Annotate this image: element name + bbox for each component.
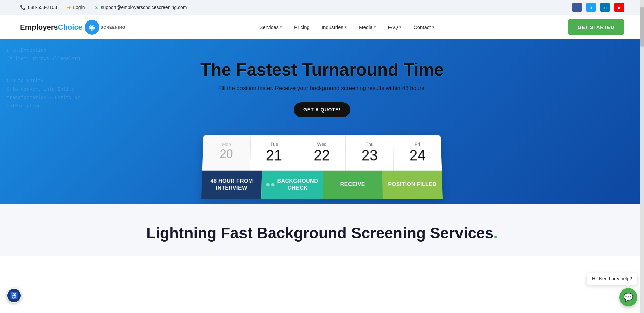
label-48-hour: 48 HOUR FROM INTERVIEW [201, 171, 262, 199]
social-icons-group: f 𝕏 in ▶ [572, 3, 624, 12]
chevron-down-icon-contact: ▾ [432, 25, 434, 29]
phone-number[interactable]: 888-553-2103 [28, 5, 57, 10]
email-icon: ✉ [95, 5, 99, 10]
nav-faq-label: FAQ [388, 24, 398, 30]
dot-green: . [493, 224, 498, 242]
hero-title: The Fastest Turnaround Time [20, 59, 624, 80]
nav-contact-label: Contact [414, 24, 431, 30]
chevron-down-icon-faq: ▾ [399, 25, 401, 29]
nav-industries-label: Industries [322, 24, 343, 30]
nav-pricing[interactable]: Pricing [289, 21, 314, 33]
day-num-fri: 24 [399, 148, 436, 163]
chevron-down-icon-industries: ▾ [345, 25, 347, 29]
nav-services-label: Services [260, 24, 279, 30]
get-started-button[interactable]: GET STARTED [568, 19, 624, 35]
fingerprint-icon: ◉ [89, 23, 95, 32]
chevron-down-icon-media: ▾ [374, 25, 376, 29]
facebook-icon[interactable]: f [572, 3, 582, 12]
arrow-icon: ➜ [67, 5, 71, 10]
scrollbar[interactable] [640, 0, 644, 256]
phone-item[interactable]: 📞 888-553-2103 [20, 5, 57, 10]
day-num-tue: 21 [256, 148, 292, 163]
calendar-labels-row: 48 HOUR FROM INTERVIEW BACKGROUND CHECK … [201, 171, 443, 199]
dot-2 [271, 183, 274, 186]
email-address[interactable]: support@employerschoicescreening.com [101, 5, 187, 10]
day-num-wed: 22 [304, 148, 340, 163]
main-nav: Services ▾ Pricing Industries ▾ Media ▾ … [255, 21, 439, 33]
logo[interactable]: EmployersChoice ◉ SCREENING [20, 20, 125, 35]
day-name-tue: Tue [256, 142, 293, 147]
nav-services[interactable]: Services ▾ [255, 21, 287, 33]
dot-1 [266, 183, 269, 186]
bottom-section: Lightning Fast Background Screening Serv… [0, 204, 644, 256]
calendar-day-thu: Thu 23 [346, 135, 394, 170]
chevron-down-icon: ▾ [280, 25, 282, 29]
nav-pricing-label: Pricing [294, 24, 310, 30]
label-receive: RECEIVE [323, 171, 383, 199]
logo-employers: Employers [20, 23, 58, 31]
youtube-icon[interactable]: ▶ [614, 3, 624, 12]
login-link[interactable]: Login [73, 5, 85, 10]
logo-choice: Choice [58, 23, 83, 31]
day-name-thu: Thu [351, 142, 388, 147]
nav-industries[interactable]: Industries ▾ [317, 21, 352, 33]
logo-text: EmployersChoice [20, 23, 83, 32]
bottom-title-text: Lightning Fast Background Screening Serv… [146, 224, 493, 242]
day-num-thu: 23 [351, 148, 388, 163]
dots-decoration [266, 183, 274, 186]
label-position-filled: POSITION FILLED [382, 171, 443, 199]
calendar: Mon 20 Tue 21 Wed 22 Thu 23 [201, 135, 443, 199]
nav-contact[interactable]: Contact ▾ [409, 21, 439, 33]
calendar-container: Mon 20 Tue 21 Wed 22 Thu 23 [20, 134, 624, 199]
hero-subtitle: Fill the position faster. Receive your b… [20, 85, 624, 92]
phone-icon: 📞 [20, 5, 26, 10]
email-item[interactable]: ✉ support@employerschoicescreening.com [95, 5, 187, 10]
login-item[interactable]: ➜ Login [67, 5, 85, 10]
hero-content: The Fastest Turnaround Time Fill the pos… [20, 59, 624, 199]
nav-media[interactable]: Media ▾ [354, 21, 381, 33]
scrollbar-thumb[interactable] [640, 7, 644, 47]
linkedin-icon[interactable]: in [600, 3, 610, 12]
top-bar-contacts: 📞 888-553-2103 ➜ Login ✉ support@employe… [20, 5, 187, 10]
day-name-fri: Fri [399, 142, 436, 147]
calendar-days-row: Mon 20 Tue 21 Wed 22 Thu 23 [202, 135, 442, 170]
hero-section: umentException (t item) throws IllegalAr… [0, 39, 644, 204]
logo-icon: ◉ [85, 20, 99, 35]
bottom-title: Lightning Fast Background Screening Serv… [20, 224, 624, 242]
day-num-mon: 20 [208, 148, 245, 160]
nav-faq[interactable]: FAQ ▾ [383, 21, 406, 33]
calendar-day-wed: Wed 22 [298, 135, 346, 170]
twitter-icon[interactable]: 𝕏 [586, 3, 596, 12]
day-name-mon: Mon [208, 142, 245, 147]
calendar-day-tue: Tue 21 [250, 135, 299, 170]
calendar-day-fri: Fri 24 [393, 135, 442, 170]
day-name-wed: Wed [304, 142, 340, 147]
top-bar: 📞 888-553-2103 ➜ Login ✉ support@employe… [0, 0, 644, 15]
logo-screening-text: SCREENING [101, 25, 125, 29]
calendar-day-mon: Mon 20 [202, 135, 251, 170]
nav-media-label: Media [359, 24, 373, 30]
label-background-check: BACKGROUND CHECK [261, 171, 323, 199]
quote-button[interactable]: GET A QUOTE! [294, 102, 350, 117]
header: EmployersChoice ◉ SCREENING Services ▾ P… [0, 15, 644, 39]
